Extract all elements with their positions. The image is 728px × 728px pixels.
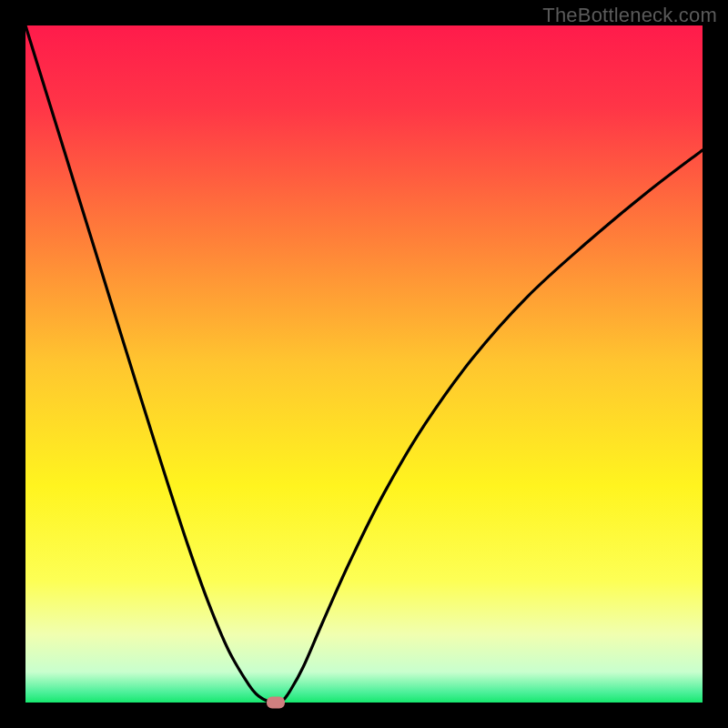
chart-canvas [0, 0, 728, 728]
minimum-marker [267, 697, 285, 709]
watermark-text: TheBottleneck.com [542, 4, 717, 27]
chart-frame: TheBottleneck.com [0, 0, 728, 728]
gradient-background [25, 25, 703, 703]
